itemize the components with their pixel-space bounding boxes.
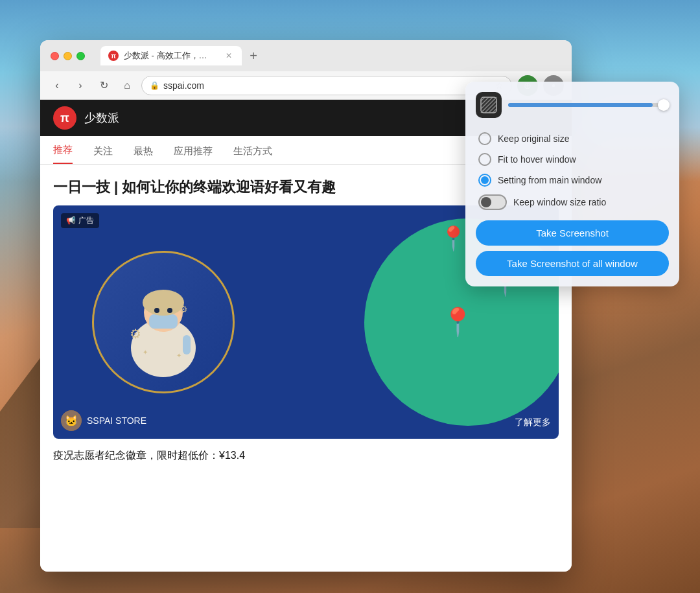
popup-panel: Keep original size Fit to hover window S… xyxy=(465,82,679,286)
home-button[interactable]: ⌂ xyxy=(118,76,136,95)
more-link[interactable]: 了解更多 xyxy=(515,417,551,428)
radio-keep-original[interactable]: Keep original size xyxy=(476,128,669,149)
toggle-size-ratio[interactable]: Keep window size ratio xyxy=(476,191,669,214)
back-button[interactable]: ‹ xyxy=(48,76,66,95)
browser-tabs: π 少数派 - 高效工作，品质生活 ✕ + xyxy=(100,46,262,65)
slider-thumb xyxy=(658,99,670,111)
svg-point-3 xyxy=(143,290,184,316)
toggle-switch[interactable] xyxy=(478,194,507,210)
close-window-button[interactable] xyxy=(51,52,59,60)
store-name: SSPAI STORE xyxy=(87,415,146,426)
tab-favicon: π xyxy=(108,51,119,61)
radio-circle-hover xyxy=(478,153,491,166)
radio-label-main: Setting from main window xyxy=(498,175,601,185)
ad-badge: 📢 广告 xyxy=(61,213,99,228)
toggle-label: Keep window size ratio xyxy=(513,197,606,207)
traffic-lights xyxy=(51,52,85,60)
pin-3: 📍 xyxy=(441,306,474,338)
pin-1: 📍 xyxy=(439,225,468,252)
svg-rect-6 xyxy=(183,335,191,355)
app-icon xyxy=(476,92,502,118)
radio-label-hover: Fit to hover window xyxy=(498,154,576,165)
radio-fit-hover[interactable]: Fit to hover window xyxy=(476,149,669,170)
radio-label-original: Keep original size xyxy=(498,134,570,144)
site-name: 少数派 xyxy=(84,110,119,126)
megaphone-icon: 📢 xyxy=(66,216,76,225)
address-text: sspai.com xyxy=(163,80,204,91)
nav-item-follow[interactable]: 关注 xyxy=(93,145,113,164)
new-tab-button[interactable]: + xyxy=(244,47,262,65)
minimize-window-button[interactable] xyxy=(64,52,72,60)
slider-fill xyxy=(508,103,653,107)
site-logo: π xyxy=(53,106,76,130)
svg-text:⚙: ⚙ xyxy=(180,304,188,314)
nav-item-featured[interactable]: 推荐 xyxy=(53,144,73,164)
nav-item-hot[interactable]: 最热 xyxy=(134,145,153,164)
article-footer: 疫况志愿者纪念徽章，限时超低价：¥13.4 xyxy=(40,439,572,473)
radio-circle-main xyxy=(478,174,491,187)
tab-title: 少数派 - 高效工作，品质生活 xyxy=(124,50,215,62)
browser-tab[interactable]: π 少数派 - 高效工作，品质生活 ✕ xyxy=(100,46,242,65)
slider-row xyxy=(476,92,669,118)
browser-titlebar: π 少数派 - 高效工作，品质生活 ✕ + xyxy=(40,40,572,71)
svg-text:🐱: 🐱 xyxy=(65,415,78,427)
forward-button[interactable]: › xyxy=(71,76,89,95)
address-bar[interactable]: 🔒 sspai.com ☆ xyxy=(141,76,512,95)
refresh-button[interactable]: ↻ xyxy=(95,76,113,95)
zoom-slider[interactable] xyxy=(508,103,669,107)
store-info: 🐱 SSPAI STORE xyxy=(61,410,146,431)
tab-close-button[interactable]: ✕ xyxy=(224,51,234,61)
svg-point-4 xyxy=(154,308,159,313)
maximize-window-button[interactable] xyxy=(76,52,85,60)
svg-rect-2 xyxy=(149,314,178,329)
take-screenshot-button[interactable]: Take Screenshot xyxy=(476,220,669,246)
radio-circle-original xyxy=(478,132,491,145)
nav-item-lifestyle[interactable]: 生活方式 xyxy=(233,145,272,164)
store-avatar: 🐱 xyxy=(61,410,82,431)
svg-text:✦: ✦ xyxy=(143,349,148,356)
lock-icon: 🔒 xyxy=(150,81,159,90)
toggle-knob xyxy=(481,197,491,207)
nav-item-app[interactable]: 应用推荐 xyxy=(174,145,213,164)
svg-text:⚙: ⚙ xyxy=(130,327,141,341)
character-svg: ⚙ ⚙ ✦ ✦ xyxy=(111,264,215,380)
ad-text: 广告 xyxy=(78,215,94,226)
svg-text:✦: ✦ xyxy=(176,352,181,359)
figure-illustration: ⚙ ⚙ ✦ ✦ xyxy=(92,251,235,393)
app-icon-svg xyxy=(480,96,498,114)
take-screenshot-all-button[interactable]: Take Screenshot of all window xyxy=(476,251,669,276)
svg-point-5 xyxy=(167,308,172,313)
radio-setting-main[interactable]: Setting from main window xyxy=(476,170,669,191)
